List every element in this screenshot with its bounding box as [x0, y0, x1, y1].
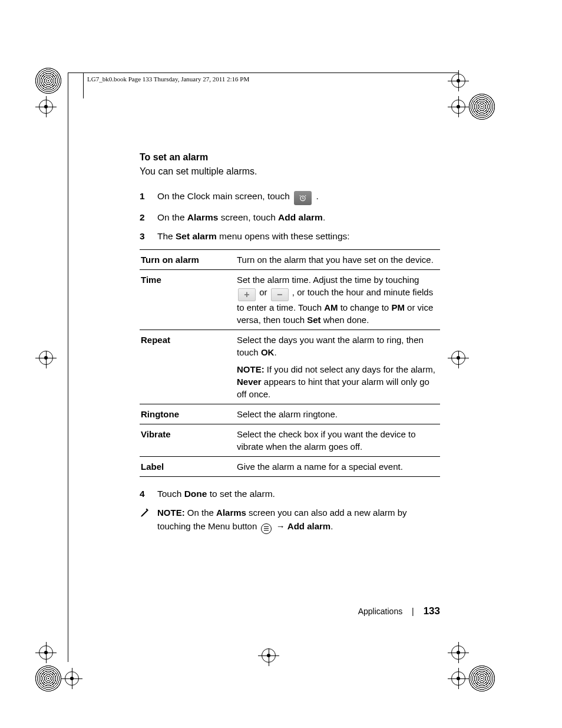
table-row: Label Give the alarm a name for a specia…: [140, 456, 440, 476]
footer-separator: |: [412, 607, 414, 616]
setting-text: Set the alarm time. Adjust the time by t…: [237, 275, 419, 285]
step-text-bold: Add alarm: [278, 212, 323, 222]
frame-line: [68, 73, 68, 662]
setting-label: Repeat: [140, 330, 236, 404]
step-number: 3: [140, 230, 145, 243]
step-text: Touch: [157, 489, 184, 499]
step-text: The: [157, 231, 176, 241]
table-row: Time Set the alarm time. Adjust the time…: [140, 269, 440, 330]
note-block: NOTE: On the Alarms screen you can also …: [140, 506, 440, 534]
crop-mark: [35, 640, 82, 691]
setting-text-bold: OK: [261, 347, 275, 357]
step-text: .: [323, 212, 325, 222]
note-text: If you did not select any days for the a…: [265, 364, 435, 374]
minus-icon: −: [271, 288, 289, 301]
page-number: 133: [424, 605, 440, 617]
step-text: On the: [157, 212, 187, 222]
setting-label: Vibrate: [140, 424, 236, 456]
setting-label: Label: [140, 456, 236, 476]
setting-desc: Select the alarm ringtone.: [236, 404, 440, 424]
setting-desc: Select the check box if you want the dev…: [236, 424, 440, 456]
crop-mark: [258, 648, 279, 668]
frame-line: [83, 73, 84, 98]
running-head: LG7_bk0.book Page 133 Thursday, January …: [87, 75, 249, 83]
pencil-note-icon: [140, 508, 150, 518]
note-text: .: [330, 521, 333, 531]
section-intro: You can set multiple alarms.: [140, 166, 440, 177]
step-text-bold: Alarms: [187, 212, 219, 222]
setting-desc: Turn on the alarm that you have set on t…: [236, 249, 440, 269]
setting-text-bold: AM: [324, 302, 338, 312]
table-row: Turn on alarm Turn on the alarm that you…: [140, 249, 440, 269]
step-text: to set the alarm.: [207, 489, 275, 499]
crop-mark: [35, 68, 61, 120]
setting-label: Time: [140, 269, 236, 330]
step-text-bold: Set alarm: [176, 231, 217, 241]
note-text: On the: [185, 508, 216, 518]
step-text: menu opens with these settings:: [217, 231, 350, 241]
step-2: 2 On the Alarms screen, touch Add alarm.: [140, 211, 440, 224]
setting-text: or: [259, 287, 270, 297]
setting-text: .: [274, 347, 276, 357]
table-row: Repeat Select the days you want the alar…: [140, 330, 440, 404]
setting-label: Ringtone: [140, 404, 236, 424]
crop-mark: [448, 640, 495, 691]
note-text-bold: Alarms: [216, 508, 246, 518]
section-heading: To set an alarm: [140, 152, 440, 163]
menu-button-icon: [261, 523, 272, 534]
note-text-bold: Add alarm: [287, 521, 330, 531]
setting-desc: Give the alarm a name for a special even…: [236, 456, 440, 476]
step-text: screen, touch: [218, 212, 278, 222]
note-text: appears to hint that your alarm will onl…: [237, 377, 429, 399]
plus-icon: +: [238, 288, 256, 301]
note-text-bold: Never: [237, 377, 262, 387]
page-footer: Applications | 133: [140, 605, 440, 617]
header-rule: [68, 73, 459, 73]
setting-text: when done.: [321, 315, 369, 325]
note-label: NOTE:: [157, 508, 185, 518]
table-row: Vibrate Select the check box if you want…: [140, 424, 440, 456]
crop-mark: [35, 351, 57, 371]
setting-text-bold: PM: [391, 302, 405, 312]
step-text: On the Clock main screen, touch: [157, 191, 292, 201]
note-label: NOTE:: [237, 364, 265, 374]
table-row: Ringtone Select the alarm ringtone.: [140, 404, 440, 424]
crop-mark: [448, 68, 495, 120]
step-text: .: [316, 191, 318, 201]
setting-label: Turn on alarm: [140, 249, 236, 269]
footer-section: Applications: [358, 607, 403, 616]
setting-desc: Select the days you want the alarm to ri…: [236, 330, 440, 404]
alarm-clock-icon: [294, 191, 312, 205]
setting-text-bold: Set: [307, 315, 320, 325]
crop-mark: [448, 351, 469, 371]
step-3: 3 The Set alarm menu opens with these se…: [140, 230, 440, 243]
step-text-bold: Done: [184, 489, 207, 499]
step-4: 4 Touch Done to set the alarm.: [140, 487, 440, 500]
step-number: 2: [140, 211, 145, 224]
setting-desc: Set the alarm time. Adjust the time by t…: [236, 269, 440, 330]
step-1: 1 On the Clock main screen, touch .: [140, 190, 440, 205]
step-number: 4: [140, 487, 145, 500]
settings-table: Turn on alarm Turn on the alarm that you…: [140, 249, 440, 477]
step-number: 1: [140, 190, 145, 203]
setting-text: to change to: [338, 302, 391, 312]
arrow-icon: →: [276, 521, 287, 531]
